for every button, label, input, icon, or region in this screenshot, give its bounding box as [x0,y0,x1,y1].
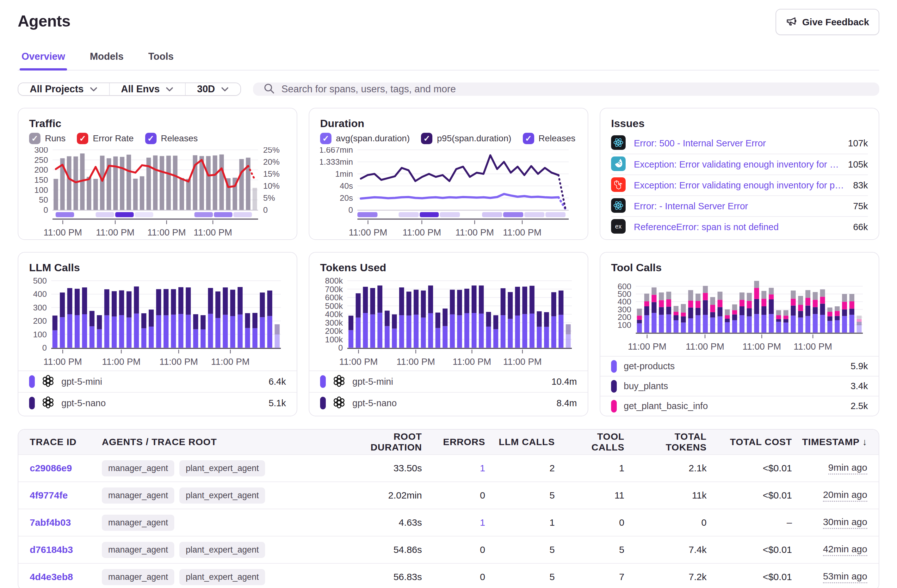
issue-count: 105k [848,159,868,170]
duration-legend: ✓avg(span.duration)✓p95(span.duration)✓R… [320,133,577,144]
search-input[interactable] [282,84,869,95]
traces-table-body: c29086e9manager_agentplant_expert_agent3… [18,454,879,588]
table-row: 4f9774femanager_agentplant_expert_agent2… [18,481,879,509]
total-tokens-value: 2.1k [629,463,711,473]
column-header-total-tokens[interactable]: Total Tokens [629,431,711,453]
root-duration-value: 2.02min [344,490,426,501]
tools-legend-row[interactable]: get_plant_basic_info2.5k [600,396,879,416]
traffic-series-toggle-1[interactable]: ✓Runs [29,133,66,144]
svg-text:0: 0 [44,205,48,215]
column-header-root-duration[interactable]: Root Duration [344,431,426,453]
svg-text:11:00 PM: 11:00 PM [794,341,832,351]
issue-link[interactable]: Exception: Error validating enough inven… [634,180,845,191]
checkbox-checked-icon: ✓ [320,133,331,144]
duration-series-toggle-2[interactable]: ✓p95(span.duration) [421,133,511,144]
tab-tools[interactable]: Tools [147,46,176,70]
daterange-filter-button[interactable]: 30D [185,83,240,95]
llm-calls-value: 5 [490,571,559,582]
react-icon [611,198,626,214]
root-duration-value: 33.50s [344,463,426,473]
tab-overview[interactable]: Overview [20,46,67,70]
llm-legend-row[interactable]: gpt-5-nano5.1k [18,392,297,414]
series-value: 10.4m [551,377,577,387]
column-header-trace-id[interactable]: Trace ID [18,437,97,447]
projects-filter-button[interactable]: All Projects [18,83,109,95]
svg-text:500: 500 [33,277,47,286]
issue-link[interactable]: Error: 500 - Internal Server Error [634,138,840,148]
traffic-series-toggle-3[interactable]: ✓Releases [145,133,198,144]
column-header-timestamp[interactable]: Timestamp ↓ [796,437,879,447]
llm-legend-row[interactable]: gpt-5-mini6.4k [18,371,297,392]
traffic-title: Traffic [29,117,286,130]
tokens-used-card: Tokens Used 0100k200k300k400k500k600k700… [309,252,588,416]
series-value: 2.5k [851,401,868,411]
trace-id-link[interactable]: 7abf4b03 [30,517,71,528]
llm-calls-value: 5 [490,490,559,501]
svg-text:11:00 PM: 11:00 PM [147,227,186,237]
timestamp-link[interactable]: 9min ago [796,462,879,475]
timestamp-link[interactable]: 42min ago [796,544,879,556]
give-feedback-button[interactable]: Give Feedback [776,9,879,35]
trace-id-link[interactable]: 4d4e3eb8 [30,571,73,582]
column-header-total-cost[interactable]: Total Cost [711,437,796,447]
errors-value[interactable]: 1 [426,463,490,473]
svg-text:11:00 PM: 11:00 PM [686,341,724,351]
agent-chip: plant_expert_agent [179,542,265,558]
issue-row: Error: 500 - Internal Server Error107k [611,133,868,154]
issue-link[interactable]: Exception: Error validating enough inven… [634,159,840,170]
tokens-legend-row[interactable]: gpt-5-mini10.4m [309,371,588,392]
issue-link[interactable]: ReferenceError: span is not defined [634,222,845,232]
duration-series-toggle-3[interactable]: ✓Releases [523,133,576,144]
issue-link[interactable]: Error: - Internal Server Error [634,201,845,211]
svg-text:11:00 PM: 11:00 PM [503,227,542,237]
agent-chip: manager_agent [102,569,174,585]
svg-text:500k: 500k [325,301,343,311]
svg-text:11:00 PM: 11:00 PM [396,357,435,367]
llm-calls-value: 2 [490,463,559,473]
tokens-legend-row[interactable]: gpt-5-nano8.4m [309,392,588,414]
timestamp-link[interactable]: 30min ago [796,516,879,529]
agent-chip: plant_expert_agent [179,569,265,585]
trace-id-link[interactable]: c29086e9 [30,463,72,473]
timestamp-link[interactable]: 53min ago [796,571,879,583]
traffic-series-toggle-2[interactable]: ✓Error Rate [77,133,133,144]
tools-legend-row[interactable]: buy_plants3.4k [600,376,879,396]
errors-value[interactable]: 1 [426,517,490,528]
llm-calls-chart: 010020030040050011:00 PM11:00 PM11:00 PM… [29,277,286,371]
duration-series-label: avg(span.duration) [336,133,410,144]
svg-text:11:00 PM: 11:00 PM [339,357,378,367]
svg-text:100: 100 [34,185,48,195]
openai-icon [333,396,345,410]
column-header-errors[interactable]: Errors [426,437,490,447]
svg-text:250: 250 [34,155,48,165]
column-header-tool-calls[interactable]: Tool Calls [559,431,629,453]
llm-calls-card: LLM Calls 010020030040050011:00 PM11:00 … [18,252,297,416]
filter-bar: All Projects All Envs 30D [18,82,879,96]
series-name: gpt-5-mini [61,377,262,387]
chevron-down-icon [165,84,174,95]
series-color-swatch [29,397,35,409]
svg-text:0: 0 [338,343,343,353]
projects-filter-label: All Projects [30,84,84,95]
tab-models[interactable]: Models [88,46,126,70]
total-cost-value: <$0.01 [711,571,796,582]
search-bar[interactable] [253,82,879,96]
issues-card: Issues Error: 500 - Internal Server Erro… [600,108,879,240]
timestamp-link[interactable]: 20min ago [796,489,879,502]
tools-legend-row[interactable]: get-products5.9k [600,356,879,376]
svg-text:11:00 PM: 11:00 PM [628,341,666,351]
series-color-swatch [611,380,617,393]
trace-id-link[interactable]: 4f9774fe [30,490,68,501]
top-bar: Agents Give Feedback [18,9,879,35]
traces-table: Trace IDAgents / Trace RootRoot Duration… [18,429,879,588]
trace-id-link[interactable]: d76184b3 [30,544,73,555]
table-row: c29086e9manager_agentplant_expert_agent3… [18,454,879,481]
svg-text:200k: 200k [325,326,343,336]
envs-filter-button[interactable]: All Envs [109,83,185,95]
column-header-llm-calls[interactable]: LLM Calls [490,437,559,447]
series-color-swatch [320,397,326,409]
column-header-agents-trace-root[interactable]: Agents / Trace Root [97,437,344,447]
duration-series-toggle-1[interactable]: ✓avg(span.duration) [320,133,410,144]
series-value: 8.4m [557,398,577,408]
cards-row-2: LLM Calls 010020030040050011:00 PM11:00 … [18,252,879,416]
